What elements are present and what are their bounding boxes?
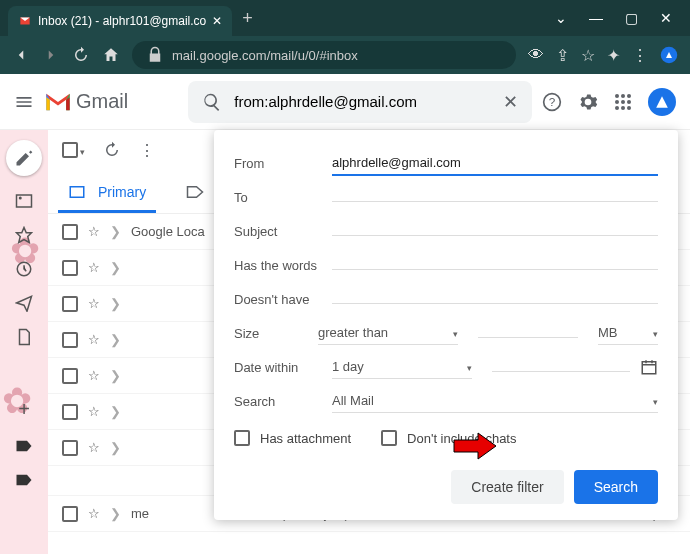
starred-icon[interactable]	[15, 226, 33, 244]
filter-from-input[interactable]: alphrdelle@gmail.com	[332, 151, 658, 176]
star-outline-icon[interactable]: ☆	[88, 260, 100, 275]
star-outline-icon[interactable]: ☆	[88, 368, 100, 383]
browser-tab[interactable]: Inbox (21) - alphr101@gmail.co ✕	[8, 6, 232, 36]
close-window-icon[interactable]: ✕	[660, 10, 672, 26]
browser-addressbar: mail.google.com/mail/u/0/#inbox 👁 ⇪ ☆ ✦ …	[0, 36, 690, 74]
has-attachment-checkbox[interactable]: Has attachment	[234, 430, 351, 446]
star-outline-icon[interactable]: ☆	[88, 440, 100, 455]
menu-dots-icon[interactable]: ⋮	[632, 46, 648, 65]
important-icon[interactable]: ❯	[110, 332, 121, 347]
sent-icon[interactable]	[15, 294, 33, 312]
refresh-icon[interactable]	[103, 141, 121, 159]
snoozed-icon[interactable]	[15, 260, 33, 278]
star-outline-icon[interactable]: ☆	[88, 296, 100, 311]
filter-subject-label: Subject	[234, 224, 332, 239]
star-outline-icon[interactable]: ☆	[88, 404, 100, 419]
select-all[interactable]	[62, 141, 85, 159]
more-icon[interactable]: ⋮	[139, 141, 155, 160]
svg-point-9	[615, 106, 619, 110]
caret-icon	[80, 141, 85, 159]
apps-grid-icon[interactable]	[614, 93, 632, 111]
filter-size-operator[interactable]: greater than	[318, 321, 458, 345]
row-checkbox[interactable]	[62, 224, 78, 240]
tab-label: Primary	[98, 184, 146, 200]
star-icon[interactable]: ☆	[581, 46, 595, 65]
filter-haswords-label: Has the words	[234, 258, 332, 273]
filter-search-scope[interactable]: All Mail	[332, 389, 658, 413]
svg-point-11	[627, 106, 631, 110]
filter-date-value[interactable]	[492, 363, 630, 372]
filter-size-label: Size	[234, 326, 318, 341]
forward-icon[interactable]	[42, 46, 60, 64]
search-input[interactable]	[234, 93, 491, 110]
row-checkbox[interactable]	[62, 404, 78, 420]
eye-icon[interactable]: 👁	[528, 46, 544, 64]
filter-subject-input[interactable]	[332, 227, 658, 236]
profile-icon[interactable]	[660, 46, 678, 64]
clear-search-icon[interactable]: ✕	[503, 91, 518, 113]
help-icon[interactable]: ?	[542, 92, 562, 112]
row-checkbox[interactable]	[62, 506, 78, 522]
browser-titlebar: Inbox (21) - alphr101@gmail.co ✕ + ⌄ — ▢…	[0, 0, 690, 36]
important-icon[interactable]: ❯	[110, 440, 121, 455]
settings-icon[interactable]	[578, 92, 598, 112]
share-icon[interactable]: ⇪	[556, 46, 569, 65]
tab-close-icon[interactable]: ✕	[212, 14, 222, 28]
gmail-header: Gmail ✕ ?	[0, 74, 690, 130]
filter-nothave-input[interactable]	[332, 295, 658, 304]
chevron-down-icon[interactable]: ⌄	[555, 10, 567, 26]
gmail-logo[interactable]: Gmail	[44, 90, 128, 113]
lock-icon	[146, 46, 164, 64]
row-checkbox[interactable]	[62, 440, 78, 456]
row-checkbox[interactable]	[62, 368, 78, 384]
row-checkbox[interactable]	[62, 260, 78, 276]
label-icon[interactable]	[15, 437, 33, 455]
tab-title: Inbox (21) - alphr101@gmail.co	[38, 14, 206, 28]
svg-point-5	[627, 94, 631, 98]
important-icon[interactable]: ❯	[110, 506, 121, 521]
star-outline-icon[interactable]: ☆	[88, 506, 100, 521]
filter-size-value[interactable]	[478, 329, 578, 338]
filter-date-range[interactable]: 1 day	[332, 355, 472, 379]
url-input[interactable]: mail.google.com/mail/u/0/#inbox	[132, 41, 516, 69]
inbox-tab-icon	[68, 183, 86, 201]
compose-button[interactable]	[6, 140, 42, 176]
calendar-icon[interactable]	[640, 358, 658, 376]
tab-primary[interactable]: Primary	[48, 170, 166, 213]
svg-point-4	[621, 94, 625, 98]
important-icon[interactable]: ❯	[110, 296, 121, 311]
home-icon[interactable]	[102, 46, 120, 64]
important-icon[interactable]: ❯	[110, 404, 121, 419]
filter-size-unit[interactable]: MB	[598, 321, 658, 345]
back-icon[interactable]	[12, 46, 30, 64]
svg-point-3	[615, 94, 619, 98]
label-icon-2[interactable]	[15, 471, 33, 489]
filter-nothave-label: Doesn't have	[234, 292, 332, 307]
important-icon[interactable]: ❯	[110, 368, 121, 383]
filter-to-input[interactable]	[332, 193, 658, 202]
expand-icon[interactable]: +	[18, 398, 30, 421]
account-icon[interactable]	[648, 88, 676, 116]
minimize-icon[interactable]: —	[589, 10, 603, 26]
hamburger-menu-icon[interactable]	[14, 92, 34, 112]
inbox-icon[interactable]	[15, 192, 33, 210]
search-box[interactable]: ✕	[188, 81, 532, 123]
create-filter-button[interactable]: Create filter	[451, 470, 563, 504]
important-icon[interactable]: ❯	[110, 224, 121, 239]
svg-rect-13	[17, 195, 32, 207]
annotation-arrow	[452, 431, 498, 461]
left-sidebar: +	[0, 130, 48, 554]
filter-search-label: Search	[234, 394, 332, 409]
star-outline-icon[interactable]: ☆	[88, 224, 100, 239]
row-checkbox[interactable]	[62, 332, 78, 348]
star-outline-icon[interactable]: ☆	[88, 332, 100, 347]
reload-icon[interactable]	[72, 46, 90, 64]
filter-haswords-input[interactable]	[332, 261, 658, 270]
maximize-icon[interactable]: ▢	[625, 10, 638, 26]
important-icon[interactable]: ❯	[110, 260, 121, 275]
extensions-icon[interactable]: ✦	[607, 46, 620, 65]
search-button[interactable]: Search	[574, 470, 658, 504]
new-tab-button[interactable]: +	[242, 8, 253, 29]
row-checkbox[interactable]	[62, 296, 78, 312]
drafts-icon[interactable]	[15, 328, 33, 346]
